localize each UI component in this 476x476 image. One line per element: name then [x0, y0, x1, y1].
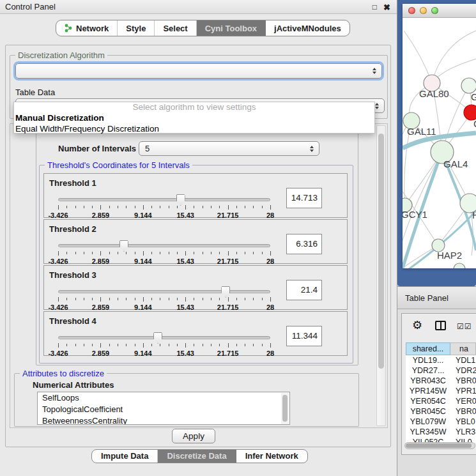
network-node-label: HAP2: [437, 250, 462, 261]
column-header-name[interactable]: na: [450, 342, 476, 355]
table-row[interactable]: YPR145WYPR1: [406, 386, 476, 396]
gear-icon[interactable]: ⚙: [412, 319, 422, 331]
tick-mark: [236, 206, 237, 208]
tick-mark: [169, 344, 169, 346]
float-icon[interactable]: □: [372, 3, 377, 12]
tab-cyni-toolbox[interactable]: Cyni Toolbox: [197, 20, 266, 36]
network-window-frame[interactable]: GAL80GACGAL11GAL4GCY1HHAP2: [397, 0, 476, 286]
table-row[interactable]: YBR043CYBR0: [406, 376, 476, 386]
table-cell[interactable]: YBL079W: [406, 417, 450, 427]
tick-label: -3.426: [48, 303, 68, 311]
tick-mark: [126, 344, 127, 346]
table-cell[interactable]: YER054C: [406, 396, 450, 406]
list-scrollbar[interactable]: [281, 393, 289, 425]
tab-style[interactable]: Style: [118, 20, 155, 36]
slider-thumb[interactable]: [221, 286, 230, 298]
slider-track[interactable]: [58, 290, 270, 293]
table-row[interactable]: YBL079WYBL0: [406, 417, 476, 427]
tick-mark: [58, 343, 59, 348]
column-header-shared-name[interactable]: shared...: [406, 342, 450, 355]
tick-mark: [236, 252, 237, 254]
threshold-value-field[interactable]: 6.316: [286, 234, 322, 254]
algorithm-combo[interactable]: [15, 63, 382, 79]
list-item[interactable]: BetweennessCentrality: [38, 415, 289, 425]
table-cell[interactable]: YDL19...: [406, 355, 450, 365]
table-row[interactable]: YDL19...YDL1: [406, 355, 476, 365]
table-cell[interactable]: YDR2: [450, 365, 476, 376]
table-cell[interactable]: YBR043C: [406, 376, 450, 386]
tab-jactivemnodules[interactable]: jActiveMNodules: [266, 20, 349, 36]
tab-network[interactable]: Network: [56, 20, 118, 36]
tab-infer-network[interactable]: Infer Network: [236, 450, 307, 463]
tick-label: 9.144: [134, 349, 152, 357]
tick-mark: [100, 205, 101, 210]
table-cell[interactable]: YDL1: [450, 355, 476, 365]
network-window-titlebar[interactable]: [403, 4, 476, 18]
tab-select[interactable]: Select: [155, 20, 196, 36]
table-cell[interactable]: YPR1: [450, 386, 476, 396]
apply-button[interactable]: Apply: [172, 429, 215, 443]
table-cell[interactable]: YBR0: [450, 376, 476, 386]
threshold-value-field[interactable]: 11.344: [286, 326, 322, 346]
table-row[interactable]: YDR27...YDR2: [406, 365, 476, 376]
table-cell[interactable]: YBR045C: [406, 406, 450, 417]
slider-thumb[interactable]: [119, 240, 128, 252]
tick-mark: [135, 298, 135, 300]
tick-label: 28: [266, 349, 274, 357]
table-cell[interactable]: YER0: [450, 396, 476, 406]
table-cell[interactable]: YPR145W: [406, 386, 450, 396]
network-canvas[interactable]: GAL80GACGAL11GAL4GCY1HHAP2: [403, 18, 476, 268]
table-row[interactable]: YLR345WYLR3: [406, 427, 476, 437]
table-cell[interactable]: YLR345W: [406, 427, 450, 437]
list-item[interactable]: SelfLoops: [38, 392, 289, 404]
tab-discretize-data[interactable]: Discretize Data: [158, 450, 236, 463]
tick-label: -3.426: [48, 211, 68, 219]
zoom-traffic-light[interactable]: [431, 7, 438, 14]
tick-mark: [151, 252, 152, 254]
tick-mark: [194, 206, 194, 208]
table-cell[interactable]: YBR0: [450, 406, 476, 417]
slider-thumb[interactable]: [176, 194, 185, 206]
table-rows: YDL19...YDL1YDR27...YDR2YBR043CYBR0YPR14…: [406, 355, 476, 443]
numerical-attributes-label: Numerical Attributes: [33, 380, 114, 390]
slider-track[interactable]: [58, 198, 270, 201]
slider-track[interactable]: [58, 336, 270, 339]
top-tab-strip: Network Style Select Cyni Toolbox jActiv…: [56, 20, 350, 36]
slider-thumb[interactable]: [153, 332, 162, 344]
horizontal-scrollbar[interactable]: [404, 442, 475, 449]
scrollbar-thumb[interactable]: [406, 443, 472, 448]
close-icon[interactable]: ✖: [383, 3, 390, 12]
minimize-traffic-light[interactable]: [420, 7, 427, 14]
tick-mark: [211, 344, 211, 346]
scrollbar-thumb[interactable]: [378, 134, 384, 369]
list-item[interactable]: TopologicalCoefficient: [38, 404, 289, 415]
tab-impute-data[interactable]: Impute Data: [92, 450, 158, 463]
tick-mark: [211, 206, 211, 208]
table-row[interactable]: YBR045CYBR0: [406, 406, 476, 417]
table-cell[interactable]: YLR3: [450, 427, 476, 437]
table-cell[interactable]: YBL0: [450, 417, 476, 427]
dropdown-option-manual-discretization[interactable]: Manual Discretization: [14, 112, 374, 123]
tick-mark: [143, 251, 144, 256]
tick-label: 21.715: [217, 211, 239, 219]
close-traffic-light[interactable]: [408, 7, 415, 14]
split-column-icon[interactable]: [435, 321, 446, 330]
group-title: Threshold's Coordinates for 5 Intervals: [45, 160, 192, 170]
tick-mark: [100, 343, 101, 348]
number-of-intervals-combo[interactable]: 5: [139, 141, 319, 156]
slider-track[interactable]: [58, 244, 270, 247]
tick-mark: [100, 297, 101, 302]
vertical-scrollbar[interactable]: [376, 125, 386, 426]
scrollbar-thumb[interactable]: [282, 395, 288, 422]
tick-mark: [262, 344, 263, 346]
dropdown-option-equal-width-frequency[interactable]: Equal Width/Frequency Discretization: [14, 123, 374, 134]
tab-label: Select: [163, 24, 187, 33]
checkbox-icons[interactable]: ☑☑: [457, 322, 472, 331]
threshold-value-field[interactable]: 14.713: [286, 188, 322, 208]
table-cell[interactable]: YDR27...: [406, 365, 450, 376]
threshold-value-field[interactable]: 21.4: [286, 280, 322, 300]
network-node[interactable]: [454, 263, 465, 268]
tick-mark: [228, 251, 229, 256]
table-row[interactable]: YER054CYER0: [406, 396, 476, 406]
threshold-label: Threshold 1: [49, 178, 96, 188]
